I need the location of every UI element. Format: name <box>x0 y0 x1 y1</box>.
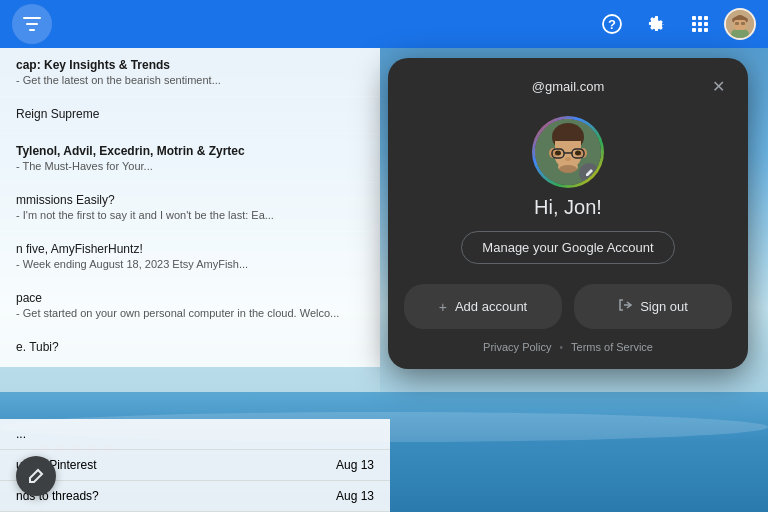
svg-rect-10 <box>704 22 708 26</box>
email-sender: cap: Key Insights & Trends <box>16 58 364 72</box>
email-row: nds to threads? Aug 13 <box>16 489 374 503</box>
svg-rect-11 <box>692 28 696 32</box>
manage-account-button[interactable]: Manage your Google Account <box>461 231 674 264</box>
svg-rect-2 <box>29 29 35 31</box>
add-account-label: Add account <box>455 299 527 314</box>
settings-button[interactable] <box>636 4 676 44</box>
svg-rect-6 <box>698 16 702 20</box>
top-bar: ? <box>0 0 768 48</box>
add-account-button[interactable]: + Add account <box>404 284 562 329</box>
popup-close-button[interactable]: ✕ <box>704 72 732 100</box>
compose-button[interactable] <box>16 456 56 496</box>
svg-rect-5 <box>692 16 696 20</box>
apps-button[interactable] <box>680 4 720 44</box>
popup-email: @gmail.com <box>432 79 704 94</box>
email-sender: mmissions Easily? <box>16 193 364 207</box>
svg-text:?: ? <box>608 17 616 32</box>
greeting-text: Hi, Jon! <box>534 196 602 219</box>
email-preview: - I'm not the first to say it and I won'… <box>16 209 364 221</box>
list-item[interactable]: cap: Key Insights & Trends - Get the lat… <box>0 48 380 97</box>
email-sender: pace <box>16 291 364 305</box>
manage-account-label: Manage your Google Account <box>482 240 653 255</box>
edit-badge <box>579 163 599 183</box>
email-preview: - Week ending August 18, 2023 Etsy AmyFi… <box>16 258 364 270</box>
email-preview: - Get the latest on the bearish sentimen… <box>16 74 364 86</box>
email-date: Aug 13 <box>336 489 374 503</box>
filter-button[interactable] <box>12 4 52 44</box>
svg-rect-20 <box>741 22 745 25</box>
list-item[interactable]: n five, AmyFisherHuntz! - Week ending Au… <box>0 232 380 281</box>
terms-link[interactable]: Terms of Service <box>571 341 653 353</box>
email-sender: Reign Supreme <box>16 107 364 121</box>
sign-out-label: Sign out <box>640 299 688 314</box>
svg-rect-19 <box>735 22 739 25</box>
user-avatar-topbar[interactable] <box>724 8 756 40</box>
footer-separator: • <box>560 342 564 353</box>
popup-footer: Privacy Policy • Terms of Service <box>388 329 748 353</box>
signout-icon <box>618 298 632 315</box>
sign-out-button[interactable]: Sign out <box>574 284 732 329</box>
email-row: ... <box>16 427 374 441</box>
svg-rect-8 <box>692 22 696 26</box>
svg-point-33 <box>565 157 571 161</box>
svg-rect-7 <box>704 16 708 20</box>
list-item[interactable]: nds to threads? Aug 13 <box>0 481 390 512</box>
email-sender-text: ... <box>16 427 26 441</box>
top-bar-left <box>12 4 52 44</box>
list-item[interactable]: Tylenol, Advil, Excedrin, Motrin & Zyrte… <box>0 134 380 183</box>
popup-actions: + Add account Sign out <box>388 284 748 329</box>
list-item[interactable]: mmissions Easily? - I'm not the first to… <box>0 183 380 232</box>
list-item[interactable]: uff on Pinterest Aug 13 <box>0 450 390 481</box>
email-sender: n five, AmyFisherHuntz! <box>16 242 364 256</box>
add-icon: + <box>439 299 447 315</box>
close-icon: ✕ <box>712 77 725 96</box>
top-bar-right: ? <box>592 4 756 44</box>
popup-header: @gmail.com ✕ <box>388 58 748 108</box>
svg-rect-12 <box>698 28 702 32</box>
list-item[interactable]: Reign Supreme <box>0 97 380 134</box>
svg-rect-0 <box>23 17 41 19</box>
svg-rect-18 <box>734 20 746 30</box>
email-date: Aug 13 <box>336 458 374 472</box>
svg-rect-13 <box>704 28 708 32</box>
help-button[interactable]: ? <box>592 4 632 44</box>
svg-point-31 <box>555 151 561 156</box>
svg-rect-1 <box>26 23 38 25</box>
svg-point-35 <box>559 165 577 173</box>
privacy-policy-link[interactable]: Privacy Policy <box>483 341 551 353</box>
popup-body: Hi, Jon! Manage your Google Account <box>388 108 748 280</box>
user-avatar <box>532 116 604 188</box>
account-popup: @gmail.com ✕ <box>388 58 748 369</box>
email-sender: Tylenol, Advil, Excedrin, Motrin & Zyrte… <box>16 144 364 158</box>
email-row: uff on Pinterest Aug 13 <box>16 458 374 472</box>
bottom-email-area: ... uff on Pinterest Aug 13 nds to threa… <box>0 419 390 512</box>
svg-rect-9 <box>698 22 702 26</box>
svg-point-32 <box>575 151 581 156</box>
email-preview: - The Must-Haves for Your... <box>16 160 364 172</box>
list-item[interactable]: ... <box>0 419 390 450</box>
